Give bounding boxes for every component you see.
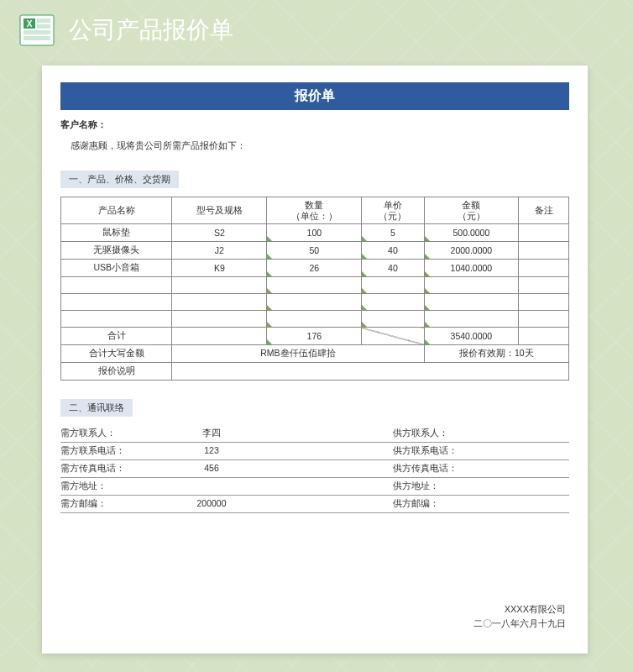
table-row: USB小音箱 K9 26 40 1040.0000 bbox=[61, 260, 569, 277]
document-date: 二〇一八年六月十九日 bbox=[473, 617, 566, 632]
notes-row: 报价说明 bbox=[61, 363, 569, 381]
company-name: XXXX有限公司 bbox=[473, 602, 566, 617]
document-footer: XXXX有限公司 二〇一八年六月十九日 bbox=[473, 602, 566, 632]
section-1-label: 一、产品、价格、交货期 bbox=[60, 171, 179, 188]
svg-rect-5 bbox=[24, 36, 50, 40]
intro-text: 感谢惠顾，现将贵公司所需产品报价如下： bbox=[60, 139, 569, 157]
contact-row: 需方传真电话： 456 供方传真电话： bbox=[60, 460, 569, 478]
amount-words-row: 合计大写金额 RMB叁仟伍佰肆拾 报价有效期：10天 bbox=[61, 345, 569, 363]
amount-words-label: 合计大写金额 bbox=[61, 345, 172, 363]
customer-label: 客户名称： bbox=[60, 118, 569, 131]
col-name: 产品名称 bbox=[61, 197, 172, 224]
table-row: 无驱摄像头 J2 50 40 2000.0000 bbox=[61, 242, 569, 260]
col-amount: 金额（元） bbox=[424, 197, 519, 224]
col-spec: 型号及规格 bbox=[172, 197, 267, 224]
contact-row: 需方联系电话： 123 供方联系电话： bbox=[60, 443, 569, 460]
table-row-empty bbox=[61, 294, 569, 311]
notes-label: 报价说明 bbox=[61, 363, 172, 381]
contact-row: 需方邮编： 200000 供方邮编： bbox=[60, 496, 569, 513]
total-amount: 3540.0000 bbox=[424, 328, 519, 345]
table-row-empty bbox=[61, 277, 569, 294]
total-qty: 176 bbox=[267, 328, 362, 345]
excel-icon: X bbox=[17, 10, 57, 50]
contact-row: 需方地址： 供方地址： bbox=[60, 478, 569, 496]
table-header-row: 产品名称 型号及规格 数量（单位：） 单价（元） 金额（元） 备注 bbox=[61, 197, 569, 224]
table-row-empty bbox=[61, 311, 569, 328]
quotation-document: 报价单 客户名称： 感谢惠顾，现将贵公司所需产品报价如下： 一、产品、价格、交货… bbox=[42, 66, 588, 654]
col-qty: 数量（单位：） bbox=[267, 197, 362, 224]
svg-rect-3 bbox=[37, 24, 50, 29]
svg-rect-2 bbox=[37, 18, 50, 23]
section-2-label: 二、通讯联络 bbox=[60, 399, 133, 417]
table-total-row: 合计 176 3540.0000 bbox=[61, 328, 569, 345]
page-title: 公司产品报价单 bbox=[69, 14, 233, 46]
doc-title: 报价单 bbox=[60, 82, 569, 110]
products-table: 产品名称 型号及规格 数量（单位：） 单价（元） 金额（元） 备注 鼠标垫 S2… bbox=[60, 197, 569, 381]
page-header: X 公司产品报价单 bbox=[0, 0, 633, 57]
table-row: 鼠标垫 S2 100 5 500.0000 bbox=[61, 224, 569, 242]
svg-text:X: X bbox=[27, 19, 33, 29]
svg-rect-4 bbox=[24, 30, 50, 34]
contact-row: 需方联系人： 李四 供方联系人： bbox=[60, 425, 569, 443]
validity: 报价有效期：10天 bbox=[424, 345, 568, 363]
diag-cell bbox=[362, 328, 424, 345]
total-label: 合计 bbox=[61, 328, 172, 345]
col-remark: 备注 bbox=[519, 197, 569, 224]
contact-section: 二、通讯联络 需方联系人： 李四 供方联系人： 需方联系电话： 123 供方联系… bbox=[60, 394, 569, 513]
amount-words: RMB叁仟伍佰肆拾 bbox=[172, 345, 424, 363]
col-price: 单价（元） bbox=[362, 197, 424, 224]
